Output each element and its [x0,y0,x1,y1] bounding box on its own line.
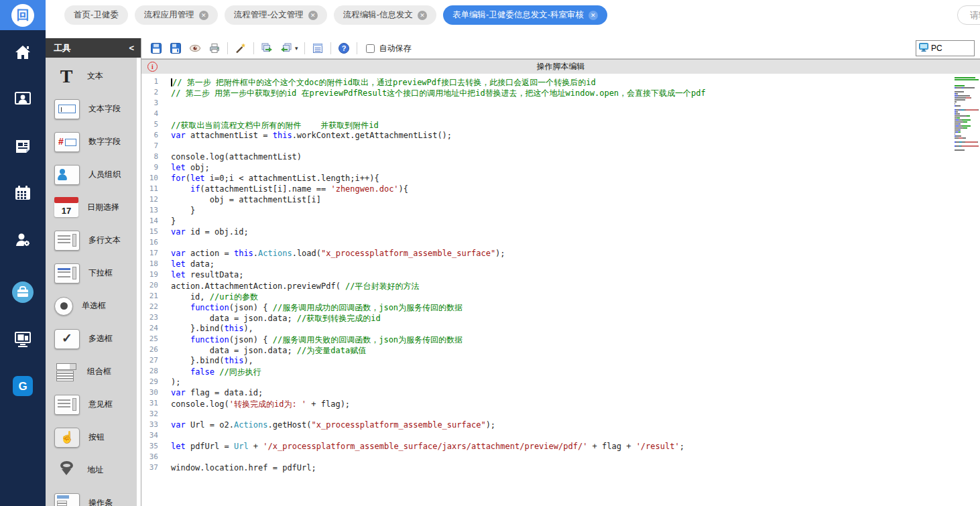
code-line[interactable]: var flag = data.id; [171,388,980,399]
nav-app-store[interactable] [0,270,46,317]
code-line[interactable]: console.log(attachmentList) [171,152,980,163]
nav-portal[interactable] [0,317,46,364]
script-wand-icon[interactable] [234,42,247,55]
tab[interactable]: 首页-卫健委 [64,5,128,25]
code-line[interactable]: false //同步执行 [171,367,980,377]
code-line[interactable] [171,452,980,463]
nav-meeting[interactable] [0,77,46,124]
tool-item-actionbar[interactable]: 操作条 [46,487,137,506]
tab-close-icon[interactable] [589,11,598,20]
nav-calendar[interactable] [0,171,46,218]
tool-item-radio[interactable]: 单选框 [46,290,137,322]
nav-user-settings[interactable] [0,218,46,265]
tab[interactable]: 表单编辑-卫健委信息发文-科室审核 [443,5,607,25]
svg-text:?: ? [341,44,346,52]
app-store-icon [11,281,34,306]
tool-item-numberfield[interactable]: #数字字段 [46,125,137,158]
tool-item-combo[interactable]: 组合框 [46,355,137,388]
search-input[interactable]: 请输 [957,5,980,25]
help-icon[interactable]: ? [337,42,351,55]
code-line[interactable]: for(let i=0;i < attachmentList.length;i+… [171,174,980,184]
code-line[interactable] [171,238,980,249]
code-line[interactable]: data = json.data; //获取到转换完成的id [171,313,980,324]
device-select[interactable]: PC [916,40,975,56]
news-icon [14,138,32,157]
tab[interactable]: 流程应用管理 [135,5,218,25]
import-dropdown-caret-icon[interactable]: ▾ [295,45,298,52]
code-line[interactable]: console.log('转换完成的id为: ' + flag); [171,399,980,409]
code-line[interactable]: let obj; [171,163,980,174]
tool-item-address[interactable]: 地址 [46,454,137,487]
line-number: 32 [141,409,166,420]
line-number: 23 [141,313,166,324]
code-line[interactable]: function(json) { //服务调用成功的回调函数，json为服务传回… [171,302,980,313]
code-line[interactable]: // 第二步 用第一步中获取到的id 在previewPdfResult这个接口… [171,88,980,99]
nav-news[interactable] [0,124,46,171]
code-line[interactable]: action.AttachmentAction.previewPdf( //平台… [171,281,980,292]
collapse-panel-icon[interactable]: < [129,43,134,53]
code-line[interactable] [171,109,980,120]
code-line[interactable]: let resultData; [171,270,980,281]
code-line[interactable]: if(attachmentList[i].name == 'zhengwen.d… [171,184,980,195]
nav-home[interactable] [0,30,46,77]
tab[interactable]: 流程编辑-信息发文 [334,5,436,25]
code-line[interactable]: }.bind(this), [171,324,980,334]
nav-g-app[interactable]: G [0,364,46,411]
save-icon[interactable] [149,42,163,55]
code-line[interactable]: } [171,206,980,216]
print-icon[interactable] [208,42,221,55]
code-line[interactable]: obj = attachmentList[i] [171,195,980,206]
tool-item-person[interactable]: 人员组织 [46,158,137,191]
code-line[interactable] [171,141,980,152]
code-line[interactable]: let pdfUrl = Url + '/x_processplatform_a… [171,442,980,452]
tab-strip: 首页-卫健委流程应用管理流程管理-公文管理流程编辑-信息发文表单编辑-卫健委信息… [64,5,607,25]
save-as-icon[interactable] [169,42,182,55]
tool-item-checkbox[interactable]: ✓多选框 [46,322,137,355]
numberfield-icon: # [54,132,80,152]
code-lines[interactable]: // 第一步 把附件框中的这个这个文doc的附件id取出，通过previewPd… [166,74,980,506]
code-line[interactable]: var attachmentList = this.workContext.ge… [171,131,980,141]
tool-item-button[interactable]: ☝按钮 [46,421,137,454]
code-line[interactable]: ); [171,377,980,388]
tool-item-date[interactable]: 17日期选择 [46,191,137,224]
import-icon[interactable] [280,42,293,55]
code-line[interactable] [171,409,980,420]
tool-item-text[interactable]: T文本 [46,60,137,92]
info-icon[interactable] [147,62,158,72]
code-line[interactable]: } [171,216,980,227]
tool-item-textfield[interactable]: 文本字段 [46,92,137,125]
app-logo[interactable]: 回 [0,0,46,30]
code-line[interactable]: window.location.href = pdfUrl; [171,463,980,474]
code-line[interactable]: let data; [171,259,980,270]
code-line[interactable]: var id = obj.id; [171,227,980,238]
code-line[interactable]: id, //uri的参数 [171,292,980,302]
code-line[interactable] [171,431,980,442]
code-area[interactable]: 1234567891011121314151617181920212223242… [141,74,980,506]
autosave-label: 自动保存 [379,43,412,54]
code-line[interactable]: var Url = o2.Actions.getHost("x_processp… [171,420,980,431]
tool-item-opinion[interactable]: 意见框 [46,388,137,421]
toolbar-separator [304,42,305,54]
code-line[interactable]: function(json) { //服务调用失败的回调函数，json为服务传回… [171,334,980,345]
script-editor-title: 操作脚本编辑 [537,61,585,72]
code-line[interactable]: var action = this.Actions.load("x_proces… [171,249,980,259]
autosave-checkbox[interactable] [366,44,375,53]
export-icon[interactable] [260,42,273,55]
tab-label: 流程管理-公文管理 [234,9,304,21]
tab-close-icon[interactable] [199,11,208,20]
line-number: 18 [141,259,166,270]
multiline-icon [54,231,80,251]
tab[interactable]: 流程管理-公文管理 [225,5,327,25]
code-line[interactable] [171,99,980,109]
line-number: 34 [141,431,166,442]
tab-close-icon[interactable] [308,11,318,20]
tab-close-icon[interactable] [418,11,427,20]
code-line[interactable]: }.bind(this), [171,356,980,367]
tool-item-multiline[interactable]: 多行文本 [46,224,137,257]
tool-item-dropdown[interactable]: 下拉框 [46,257,137,290]
properties-icon[interactable] [311,42,324,55]
code-line[interactable]: // 第一步 把附件框中的这个这个文doc的附件id取出，通过previewPd… [171,77,980,88]
code-line[interactable]: //获取出当前流程文档中所有的附件 并获取到附件id [171,120,980,131]
preview-icon[interactable] [188,42,202,55]
code-line[interactable]: data = json.data; //为变量data赋值 [171,345,980,356]
